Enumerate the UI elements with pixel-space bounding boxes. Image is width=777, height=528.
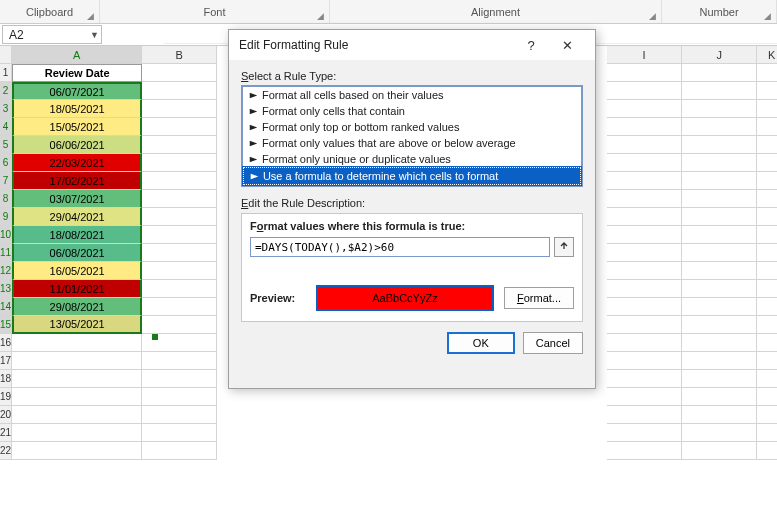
cell[interactable] bbox=[142, 64, 217, 82]
cell[interactable]: 17/02/2021 bbox=[12, 172, 142, 190]
row-header[interactable]: 20 bbox=[0, 406, 12, 424]
cell[interactable] bbox=[682, 190, 757, 208]
cell[interactable] bbox=[607, 82, 682, 100]
row-header[interactable]: 19 bbox=[0, 388, 12, 406]
cell[interactable] bbox=[757, 424, 777, 442]
cell[interactable] bbox=[142, 388, 217, 406]
cell[interactable] bbox=[607, 352, 682, 370]
cell[interactable] bbox=[757, 334, 777, 352]
cell[interactable] bbox=[682, 226, 757, 244]
cell[interactable] bbox=[142, 100, 217, 118]
cell[interactable]: 18/08/2021 bbox=[12, 226, 142, 244]
rule-type-item[interactable]: ►Use a formula to determine which cells … bbox=[243, 167, 581, 185]
row-header[interactable]: 9 bbox=[0, 208, 12, 226]
row-header[interactable]: 17 bbox=[0, 352, 12, 370]
cell[interactable] bbox=[682, 334, 757, 352]
cell[interactable] bbox=[757, 370, 777, 388]
cell[interactable] bbox=[142, 370, 217, 388]
cell[interactable]: 06/06/2021 bbox=[12, 136, 142, 154]
cell[interactable] bbox=[607, 154, 682, 172]
cell[interactable] bbox=[142, 82, 217, 100]
cell[interactable] bbox=[142, 226, 217, 244]
dialog-launcher-icon[interactable]: ◢ bbox=[317, 11, 327, 21]
cell[interactable] bbox=[142, 208, 217, 226]
cell[interactable] bbox=[607, 316, 682, 334]
cell[interactable]: 13/05/2021 bbox=[12, 316, 142, 334]
cell[interactable] bbox=[607, 442, 682, 460]
row-header[interactable]: 15 bbox=[0, 316, 12, 334]
cell[interactable] bbox=[142, 190, 217, 208]
help-button[interactable]: ? bbox=[513, 38, 549, 53]
column-header[interactable]: B bbox=[142, 46, 217, 64]
cell[interactable]: 16/05/2021 bbox=[12, 262, 142, 280]
cell[interactable] bbox=[682, 298, 757, 316]
cell[interactable] bbox=[757, 100, 777, 118]
cell[interactable] bbox=[142, 280, 217, 298]
cell[interactable] bbox=[607, 136, 682, 154]
cell[interactable] bbox=[607, 370, 682, 388]
cell[interactable] bbox=[757, 208, 777, 226]
column-header[interactable]: I bbox=[607, 46, 682, 64]
row-header[interactable]: 7 bbox=[0, 172, 12, 190]
rule-type-item[interactable]: ►Format all cells based on their values bbox=[243, 87, 581, 103]
cell[interactable] bbox=[682, 82, 757, 100]
cell[interactable] bbox=[757, 154, 777, 172]
cell[interactable]: 29/08/2021 bbox=[12, 298, 142, 316]
cell[interactable] bbox=[682, 406, 757, 424]
column-header[interactable]: A bbox=[12, 46, 142, 64]
cell[interactable] bbox=[142, 262, 217, 280]
cell[interactable] bbox=[757, 442, 777, 460]
cell[interactable] bbox=[607, 424, 682, 442]
cell[interactable] bbox=[682, 424, 757, 442]
cell[interactable] bbox=[682, 100, 757, 118]
cell[interactable] bbox=[12, 388, 142, 406]
cell[interactable] bbox=[757, 298, 777, 316]
row-header[interactable]: 2 bbox=[0, 82, 12, 100]
rule-type-item[interactable]: ►Format only unique or duplicate values bbox=[243, 151, 581, 167]
cell[interactable] bbox=[607, 226, 682, 244]
row-header[interactable]: 22 bbox=[0, 442, 12, 460]
cell[interactable] bbox=[12, 442, 142, 460]
rule-type-item[interactable]: ►Format only cells that contain bbox=[243, 103, 581, 119]
cell[interactable] bbox=[607, 64, 682, 82]
cell[interactable]: 18/05/2021 bbox=[12, 100, 142, 118]
dialog-launcher-icon[interactable]: ◢ bbox=[649, 11, 659, 21]
cell[interactable] bbox=[607, 280, 682, 298]
dialog-launcher-icon[interactable]: ◢ bbox=[764, 11, 774, 21]
cell[interactable]: 15/05/2021 bbox=[12, 118, 142, 136]
fill-handle[interactable] bbox=[152, 334, 158, 340]
cell[interactable]: Review Date bbox=[12, 64, 142, 82]
chevron-down-icon[interactable]: ▼ bbox=[90, 30, 99, 40]
row-header[interactable]: 18 bbox=[0, 370, 12, 388]
name-box[interactable]: A2 ▼ bbox=[2, 25, 102, 44]
cell[interactable] bbox=[757, 82, 777, 100]
cell[interactable] bbox=[12, 424, 142, 442]
cell[interactable] bbox=[682, 154, 757, 172]
cell[interactable] bbox=[607, 406, 682, 424]
rule-type-list[interactable]: ►Format all cells based on their values►… bbox=[241, 85, 583, 187]
cell[interactable] bbox=[757, 352, 777, 370]
cell[interactable] bbox=[682, 118, 757, 136]
cell[interactable] bbox=[12, 370, 142, 388]
cell[interactable]: 22/03/2021 bbox=[12, 154, 142, 172]
cell[interactable] bbox=[12, 352, 142, 370]
cell[interactable] bbox=[142, 118, 217, 136]
cell[interactable] bbox=[682, 352, 757, 370]
cell[interactable] bbox=[607, 244, 682, 262]
row-header[interactable]: 1 bbox=[0, 64, 12, 82]
row-header[interactable]: 13 bbox=[0, 280, 12, 298]
row-header[interactable]: 6 bbox=[0, 154, 12, 172]
row-header[interactable]: 11 bbox=[0, 244, 12, 262]
cell[interactable] bbox=[682, 280, 757, 298]
close-button[interactable]: ✕ bbox=[549, 38, 585, 53]
cell[interactable] bbox=[682, 64, 757, 82]
cell[interactable] bbox=[682, 316, 757, 334]
row-header[interactable]: 3 bbox=[0, 100, 12, 118]
cell[interactable] bbox=[142, 172, 217, 190]
cell[interactable] bbox=[682, 262, 757, 280]
row-header[interactable]: 5 bbox=[0, 136, 12, 154]
row-header[interactable]: 14 bbox=[0, 298, 12, 316]
cell[interactable] bbox=[757, 64, 777, 82]
cell[interactable] bbox=[607, 298, 682, 316]
cell[interactable] bbox=[682, 442, 757, 460]
